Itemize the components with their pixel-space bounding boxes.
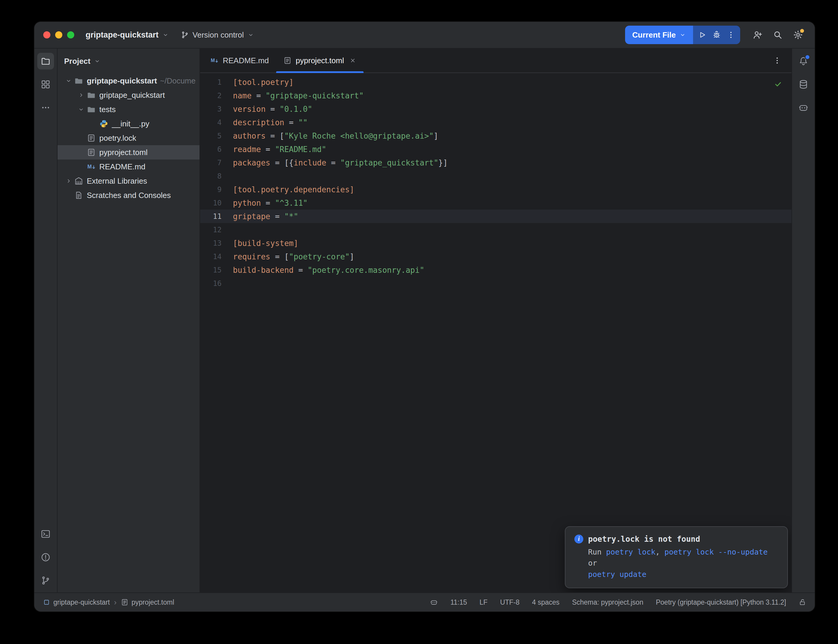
breadcrumb-project[interactable]: griptape-quickstart	[43, 598, 110, 606]
chevron-down-icon[interactable]	[76, 102, 87, 117]
line-content: name = "griptape-quickstart"	[222, 91, 363, 100]
tree-item-griptape-quickstart[interactable]: griptape_quickstart	[58, 88, 199, 102]
code-line-13[interactable]: 13[build-system]	[200, 237, 792, 250]
statusbar-line-separator[interactable]: LF	[480, 598, 488, 606]
chevron-down-icon	[162, 31, 169, 38]
left-toolbar-bottom	[37, 526, 54, 589]
project-folder-button[interactable]	[37, 53, 54, 69]
right-toolbar-top	[795, 53, 812, 116]
editor-options-button[interactable]	[771, 54, 784, 67]
line-number: 2	[200, 92, 222, 100]
library-icon	[74, 176, 83, 186]
tree-item-label: README.md	[99, 162, 146, 171]
tab-pyproject-toml[interactable]: pyproject.toml	[276, 49, 364, 72]
chevron-right-icon[interactable]	[76, 88, 87, 102]
tree-item-external-libraries[interactable]: External Libraries	[58, 174, 199, 188]
code-line-3[interactable]: 3version = "0.1.0"	[200, 102, 792, 116]
tab-readme-md[interactable]: MREADME.md	[203, 49, 276, 72]
tree-item-readme-md[interactable]: MREADME.md	[58, 159, 199, 174]
debug-button[interactable]	[710, 28, 723, 42]
chevron-right-icon[interactable]	[63, 174, 74, 188]
project-panel-header[interactable]: Project	[58, 49, 199, 74]
tree-item-init-py[interactable]: __init__.py	[58, 117, 199, 131]
traffic-lights	[43, 31, 74, 38]
code-line-5[interactable]: 5authors = ["Kyle Roche <hello@griptape.…	[200, 129, 792, 143]
readonly-lock-button[interactable]	[799, 598, 807, 606]
info-icon: i	[574, 535, 583, 544]
code-line-9[interactable]: 9[tool.poetry.dependencies]	[200, 183, 792, 196]
code-line-1[interactable]: 1[tool.poetry]	[200, 76, 792, 89]
project-selector[interactable]: griptape-quickstart	[85, 30, 169, 39]
run-button[interactable]	[695, 28, 709, 42]
tree-item-poetry-lock[interactable]: poetry.lock	[58, 131, 199, 145]
tree-item-griptape-quickstart[interactable]: griptape-quickstart~/Docume	[58, 74, 199, 88]
chevron-spacer	[88, 117, 99, 131]
line-number: 13	[200, 239, 222, 248]
code-line-16[interactable]: 16	[200, 277, 792, 290]
problems-icon	[41, 552, 51, 562]
code-line-15[interactable]: 15build-backend = "poetry.core.masonry.a…	[200, 263, 792, 277]
minimize-window-button[interactable]	[55, 31, 62, 38]
user-add-button[interactable]	[749, 26, 766, 43]
statusbar-indent[interactable]: 4 spaces	[532, 598, 559, 606]
code-line-7[interactable]: 7packages = [{include = "griptape_quicks…	[200, 156, 792, 169]
notification-text: ,	[656, 548, 664, 556]
ai-widget-button[interactable]	[430, 598, 438, 606]
chevron-spacer	[76, 145, 87, 159]
problems-button[interactable]	[37, 549, 54, 565]
editor-area: MREADME.mdpyproject.toml 1[tool.poetry]2…	[200, 49, 792, 592]
main-area: Project griptape-quickstart~/Documegript…	[34, 49, 815, 592]
vcs-widget[interactable]: Version control	[181, 30, 254, 39]
terminal-button[interactable]	[37, 526, 54, 542]
chevron-down-icon[interactable]	[63, 74, 74, 88]
inspection-ok-icon[interactable]	[774, 80, 782, 89]
close-window-button[interactable]	[43, 31, 50, 38]
database-button[interactable]	[795, 76, 812, 93]
lock-icon	[799, 598, 807, 606]
markdown-icon: M	[87, 162, 96, 171]
code-line-12[interactable]: 12	[200, 223, 792, 237]
code-line-14[interactable]: 14requires = ["poetry-core"]	[200, 250, 792, 263]
code-line-11[interactable]: 11griptape = "*"	[200, 210, 792, 223]
branch-icon	[181, 31, 189, 39]
close-tab-icon[interactable]	[349, 57, 357, 64]
statusbar-interpreter[interactable]: Poetry (griptape-quickstart) [Python 3.1…	[656, 598, 786, 606]
zoom-window-button[interactable]	[67, 31, 74, 38]
more-button[interactable]	[37, 99, 54, 116]
chevron-spacer	[76, 159, 87, 174]
line-content: [tool.poetry]	[222, 78, 294, 87]
version-control-button[interactable]	[37, 572, 54, 589]
tree-item-pyproject-toml[interactable]: pyproject.toml	[58, 145, 199, 159]
svg-text:M: M	[211, 58, 215, 63]
code-line-2[interactable]: 2name = "griptape-quickstart"	[200, 89, 792, 102]
more-run-options-button[interactable]	[724, 28, 738, 42]
code-line-10[interactable]: 10python = "^3.11"	[200, 196, 792, 210]
statusbar-caret-position[interactable]: 11:15	[450, 598, 467, 606]
tree-item-scratches-and-consoles[interactable]: Scratches and Consoles	[58, 188, 199, 202]
poetry-lock-no-update-link[interactable]: poetry lock --no-update	[664, 548, 767, 556]
code-line-4[interactable]: 4description = ""	[200, 116, 792, 129]
search-button[interactable]	[769, 26, 786, 43]
tree-item-tests[interactable]: tests	[58, 102, 199, 117]
run-config-selector[interactable]: Current File	[625, 26, 693, 44]
breadcrumb-file[interactable]: pyproject.toml	[121, 598, 174, 606]
folder-icon	[74, 76, 83, 85]
ide-window: griptape-quickstart Version control Curr…	[34, 22, 815, 611]
poetry-update-link[interactable]: poetry update	[588, 570, 647, 579]
line-number: 16	[200, 279, 222, 288]
code-line-8[interactable]: 8	[200, 169, 792, 183]
editor[interactable]: 1[tool.poetry]2name = "griptape-quicksta…	[200, 73, 792, 592]
project-name: griptape-quickstart	[85, 30, 159, 39]
poetry-lock-link[interactable]: poetry lock	[606, 548, 656, 556]
statusbar-encoding[interactable]: UTF-8	[500, 598, 519, 606]
ai-assistant-button[interactable]	[795, 99, 812, 116]
line-content: python = "^3.11"	[222, 199, 307, 207]
left-toolbar	[34, 49, 58, 592]
settings-button[interactable]	[790, 26, 807, 43]
left-toolbar-top	[37, 53, 54, 116]
statusbar-schema[interactable]: Schema: pyproject.json	[572, 598, 643, 606]
folder-icon	[87, 90, 96, 100]
code-line-6[interactable]: 6readme = "README.md"	[200, 143, 792, 156]
notifications-button[interactable]	[795, 53, 812, 69]
structure-button[interactable]	[37, 76, 54, 93]
